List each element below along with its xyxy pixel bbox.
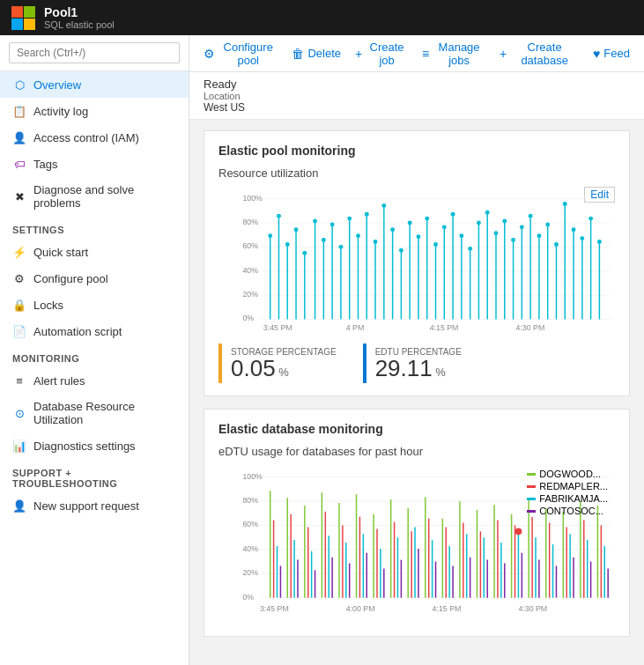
elastic-pool-panel: Elastic pool monitoring Resource utiliza…	[204, 130, 630, 396]
feed-button[interactable]: ♥ Feed	[593, 43, 630, 64]
resource-util-title: Resource utilization	[218, 166, 615, 180]
sidebar-label-quick-start: Quick start	[33, 246, 88, 259]
sidebar-item-tags[interactable]: 🏷 Tags	[0, 151, 189, 177]
svg-point-56	[277, 214, 281, 218]
sidebar-item-automation-script[interactable]: 📄 Automation script	[0, 318, 189, 344]
section-label-support-+-troubleshooting: SUPPORT + TROUBLESHOOTING	[0, 459, 189, 492]
redmapler-color	[527, 485, 536, 488]
section-label-monitoring: MONITORING	[0, 344, 189, 367]
elastic-db-title: Elastic database monitoring	[218, 422, 615, 436]
search-input[interactable]	[9, 42, 180, 63]
create-database-button[interactable]: + Create database	[500, 37, 579, 70]
sidebar-label-overview: Overview	[33, 78, 81, 92]
configure-pool-icon: ⚙	[12, 271, 26, 285]
redmapler-label: REDMAPLER...	[539, 481, 608, 491]
edtu-value: 29.11	[375, 355, 433, 381]
access-control-icon: 👤	[12, 130, 26, 144]
overview-icon: ⬡	[12, 78, 26, 92]
quick-start-icon: ⚡	[12, 245, 26, 259]
svg-text:0%: 0%	[242, 593, 254, 602]
delete-icon: 🗑	[292, 47, 304, 61]
sidebar-item-quick-start[interactable]: ⚡ Quick start	[0, 239, 189, 265]
svg-rect-3	[24, 18, 35, 30]
configure-pool-button[interactable]: ⚙ Configure pool	[204, 37, 278, 70]
resource-util-svg: 100% 80% 60% 40% 20% 0%	[218, 187, 615, 336]
sidebar-item-diagnostics[interactable]: 📊 Diagnostics settings	[0, 432, 189, 459]
sidebar-label-diagnostics: Diagnostics settings	[33, 440, 136, 453]
sidebar-label-diagnose: Diagnose and solve problems	[33, 183, 176, 210]
svg-point-86	[537, 233, 541, 238]
edtu-metric-block: EDTU PERCENTAGE 29.11 %	[375, 347, 465, 380]
create-job-button[interactable]: + Create job	[355, 37, 408, 70]
svg-point-80	[485, 211, 490, 215]
resource-subtitle: SQL elastic pool	[44, 19, 115, 30]
toolbar: ⚙ Configure pool 🗑 Delete + Create job ≡…	[189, 35, 644, 72]
legend-fabrikamja: FABRIKAMJA...	[527, 493, 608, 504]
content-scroll[interactable]: Elastic pool monitoring Resource utiliza…	[189, 120, 644, 665]
db-resource-icon: ⊙	[12, 406, 26, 420]
sidebar-item-new-support[interactable]: 👤 New support request	[0, 492, 189, 519]
edit-chart-button[interactable]: Edit	[584, 187, 615, 203]
contosoc-label: CONTOSOC...	[539, 506, 603, 516]
edtu-chart-title: eDTU usage for databases for past hour	[218, 445, 615, 458]
activity-log-icon: 📋	[12, 104, 26, 118]
svg-point-75	[442, 225, 447, 229]
delete-button[interactable]: 🗑 Delete	[292, 43, 341, 64]
sidebar-item-alert-rules[interactable]: ≡ Alert rules	[0, 367, 189, 394]
sidebar-item-configure-pool[interactable]: ⚙ Configure pool	[0, 265, 189, 292]
svg-point-85	[529, 214, 533, 218]
list-icon: ≡	[422, 47, 429, 61]
dogwood-label: DOGWOOD...	[539, 469, 601, 479]
svg-point-89	[563, 202, 567, 206]
sidebar-item-activity-log[interactable]: 📋 Activity log	[0, 98, 189, 124]
svg-text:80%: 80%	[242, 218, 258, 226]
svg-text:100%: 100%	[242, 472, 263, 481]
edtu-unit: %	[435, 366, 446, 379]
gear-icon: ⚙	[204, 47, 215, 61]
svg-point-63	[338, 245, 343, 249]
svg-text:20%: 20%	[242, 290, 258, 299]
sidebar-item-access-control[interactable]: 👤 Access control (IAM)	[0, 124, 189, 151]
main-layout: ⬡ Overview 📋 Activity log 👤 Access contr…	[0, 35, 644, 665]
sidebar-sections: SETTINGS ⚡ Quick start ⚙ Configure pool …	[0, 216, 189, 519]
svg-point-83	[511, 238, 515, 242]
resource-util-chart-container: Edit 100% 80% 60% 40% 20% 0%	[218, 187, 615, 336]
svg-text:4:30 PM: 4:30 PM	[518, 604, 547, 613]
svg-text:4:15 PM: 4:15 PM	[433, 604, 462, 613]
sidebar-search-container[interactable]	[0, 35, 189, 71]
svg-point-73	[425, 217, 429, 221]
sidebar: ⬡ Overview 📋 Activity log 👤 Access contr…	[0, 35, 189, 665]
svg-point-68	[381, 203, 386, 208]
svg-point-62	[330, 222, 335, 226]
svg-point-67	[374, 240, 378, 244]
sidebar-item-db-resource[interactable]: ⊙ Database Resource Utilization	[0, 394, 189, 432]
sidebar-label-automation-script: Automation script	[33, 325, 122, 338]
sidebar-label-access-control: Access control (IAM)	[33, 131, 139, 144]
sidebar-label-locks: Locks	[33, 299, 63, 312]
resource-title: Pool1	[44, 5, 115, 19]
content-area: ⚙ Configure pool 🗑 Delete + Create job ≡…	[189, 35, 644, 665]
svg-rect-1	[24, 6, 35, 18]
svg-text:100%: 100%	[242, 194, 263, 203]
svg-point-81	[494, 231, 499, 235]
svg-point-92	[588, 217, 593, 221]
sidebar-label-alert-rules: Alert rules	[33, 374, 85, 388]
location-value: West US	[204, 101, 630, 114]
svg-point-69	[390, 227, 395, 232]
svg-text:3:45 PM: 3:45 PM	[260, 604, 289, 613]
sidebar-item-overview[interactable]: ⬡ Overview	[0, 71, 189, 98]
diagnostics-icon: 📊	[12, 439, 26, 453]
sidebar-label-activity-log: Activity log	[33, 105, 88, 118]
sidebar-item-locks[interactable]: 🔒 Locks	[0, 292, 189, 318]
svg-rect-2	[11, 18, 23, 30]
sidebar-item-diagnose[interactable]: ✖ Diagnose and solve problems	[0, 177, 189, 216]
svg-point-165	[515, 528, 522, 535]
legend-contosoc: CONTOSOC...	[527, 506, 608, 516]
dogwood-color	[527, 473, 536, 476]
sidebar-label-db-resource: Database Resource Utilization	[33, 400, 176, 426]
svg-point-79	[477, 221, 481, 225]
automation-script-icon: 📄	[12, 324, 26, 338]
edtu-metric: EDTU PERCENTAGE 29.11 %	[363, 344, 474, 383]
manage-jobs-button[interactable]: ≡ Manage jobs	[422, 37, 485, 70]
section-label-settings: SETTINGS	[0, 216, 189, 239]
